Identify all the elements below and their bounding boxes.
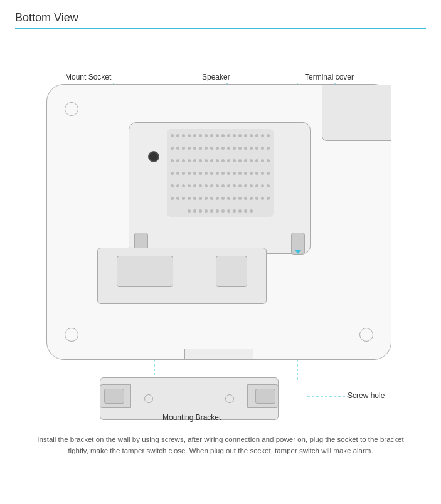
terminal-cover-label: Terminal cover xyxy=(305,73,354,81)
speaker-dot xyxy=(199,184,202,187)
speaker-dot xyxy=(233,159,236,162)
speaker-dot xyxy=(205,197,208,200)
screw-bottom-right xyxy=(359,328,373,342)
bracket-screw-left xyxy=(144,394,153,403)
speaker-dot xyxy=(210,184,213,187)
speaker-dot xyxy=(250,147,253,150)
speaker-dot xyxy=(216,147,219,150)
speaker-dot xyxy=(221,172,225,175)
speaker-dot xyxy=(199,197,202,200)
speaker-dot xyxy=(244,172,247,175)
speaker-dot xyxy=(267,134,270,137)
speaker-dot xyxy=(227,197,230,200)
speaker-dot xyxy=(250,209,253,213)
speaker-dot xyxy=(216,209,219,213)
speaker-dot xyxy=(244,197,247,200)
speaker-dot xyxy=(250,134,253,137)
speaker-dot xyxy=(199,147,202,150)
speaker-dot xyxy=(210,197,213,200)
speaker-dot xyxy=(188,209,191,213)
speaker-dot xyxy=(267,184,270,187)
speaker-dot xyxy=(255,197,258,200)
page-title: Bottom View xyxy=(15,11,426,24)
speaker-dot xyxy=(261,147,264,150)
speaker-dot xyxy=(238,209,242,213)
speaker-dot xyxy=(176,147,179,150)
speaker-dot xyxy=(261,134,264,137)
speaker-dot xyxy=(238,172,242,175)
speaker-dot xyxy=(255,184,258,187)
speaker-dot xyxy=(221,184,225,187)
screw-top-left xyxy=(65,102,78,116)
speaker-dot xyxy=(244,134,247,137)
screw-bottom-left xyxy=(65,328,78,342)
speaker-dot xyxy=(255,159,258,162)
speaker-dot xyxy=(250,159,253,162)
speaker-dot xyxy=(176,134,179,137)
bracket-tab-left-inner xyxy=(104,389,124,404)
diagram-area: Mount Socket Speaker Terminal cover Tamp… xyxy=(15,40,426,429)
speaker-dot xyxy=(199,134,202,137)
speaker-dot xyxy=(182,172,185,175)
speaker-dot xyxy=(250,172,253,175)
speaker-label: Speaker xyxy=(202,73,230,81)
center-module xyxy=(129,122,311,254)
speaker-dot xyxy=(238,159,242,162)
speaker-dot xyxy=(255,134,258,137)
speaker-dot xyxy=(221,197,225,200)
speaker-dot xyxy=(205,184,208,187)
speaker-dot xyxy=(188,147,191,150)
speaker-dot xyxy=(210,209,213,213)
speaker-dot xyxy=(171,197,174,200)
speaker-dot xyxy=(233,209,236,213)
speaker-dot xyxy=(221,147,225,150)
speaker-dot xyxy=(227,209,230,213)
speaker-dot xyxy=(176,159,179,162)
speaker-dot xyxy=(199,209,202,213)
speaker-dot xyxy=(171,159,174,162)
terminal-cover-notch xyxy=(322,85,391,141)
speaker-dot xyxy=(176,184,179,187)
speaker-grid xyxy=(167,129,274,217)
speaker-dot xyxy=(210,159,213,162)
mounting-bracket-label: Mounting Bracket xyxy=(162,413,221,422)
speaker-dot xyxy=(205,134,208,137)
speaker-dot xyxy=(171,172,174,175)
speaker-dot xyxy=(261,197,264,200)
speaker-dot xyxy=(244,184,247,187)
speaker-dot xyxy=(199,172,202,175)
speaker-dot xyxy=(182,147,185,150)
speaker-dot xyxy=(216,172,219,175)
speaker-dot xyxy=(176,172,179,175)
speaker-dot xyxy=(210,134,213,137)
speaker-dot xyxy=(233,147,236,150)
speaker-dot xyxy=(261,184,264,187)
speaker-dot xyxy=(216,197,219,200)
speaker-dot xyxy=(238,197,242,200)
speaker-dot xyxy=(205,172,208,175)
bracket-tab-right-inner xyxy=(255,389,275,404)
speaker-dot xyxy=(250,184,253,187)
speaker-dot xyxy=(205,209,208,213)
speaker-dot xyxy=(182,134,185,137)
speaker-dot xyxy=(238,184,242,187)
screw-hole-label: Screw hole xyxy=(348,391,385,400)
speaker-dot xyxy=(199,159,202,162)
page-title-container: Bottom View xyxy=(15,11,426,29)
speaker-dot xyxy=(250,197,253,200)
speaker-dot xyxy=(238,147,242,150)
speaker-dot xyxy=(171,184,174,187)
speaker-dot xyxy=(193,172,196,175)
device-body xyxy=(46,84,391,360)
bracket-tab-left xyxy=(100,384,131,408)
speaker-dot xyxy=(267,159,270,162)
speaker-dot xyxy=(188,172,191,175)
speaker-dot xyxy=(182,197,185,200)
speaker-dot xyxy=(193,147,196,150)
speaker-dot xyxy=(255,147,258,150)
mount-connector-right xyxy=(291,233,305,255)
speaker-dot xyxy=(267,197,270,200)
speaker-dot xyxy=(267,172,270,175)
speaker-dot xyxy=(182,159,185,162)
speaker-dot xyxy=(221,134,225,137)
